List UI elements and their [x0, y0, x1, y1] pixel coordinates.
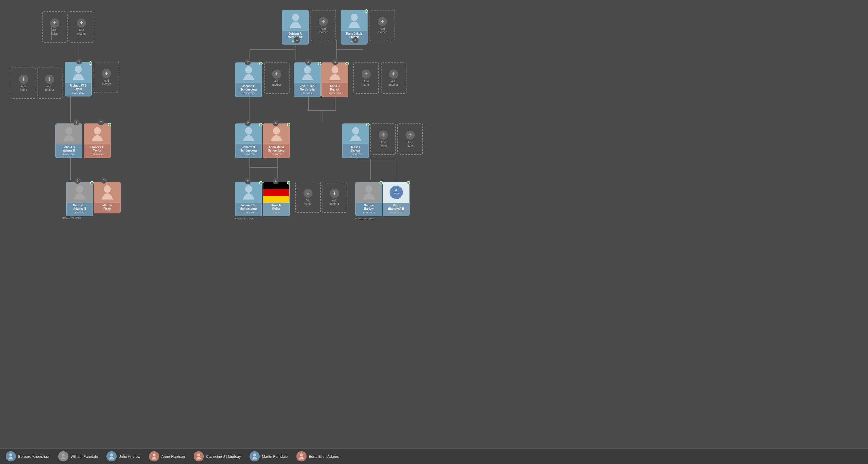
- anne-avatar: [149, 451, 159, 461]
- martin-name: Martin Farndale: [262, 454, 288, 459]
- person-george-barlow[interactable]: GeorgeBarlow 1705-1775: [355, 182, 382, 216]
- person-anna-m-roller[interactable]: Anna MRoller 1713-: [263, 182, 290, 216]
- arrow-down-adams[interactable]: [73, 119, 80, 125]
- joh-kilian-dates: 1662-1734: [301, 92, 313, 95]
- john-a-avatar: [106, 451, 117, 461]
- george-adams-dot: [90, 181, 94, 184]
- arrow-up-jh[interactable]: [245, 120, 251, 126]
- svg-point-33: [351, 13, 358, 21]
- legend-edna[interactable]: Edna Ellen Adams: [296, 451, 339, 461]
- svg-point-35: [304, 66, 311, 73]
- add-mother-left-richard[interactable]: + Addmother: [37, 67, 62, 99]
- legend-william[interactable]: William Farndale: [58, 451, 98, 461]
- person-martha-fiske[interactable]: MarthaFiske: [94, 182, 121, 213]
- svg-point-34: [245, 66, 252, 73]
- add-father-card-topleft[interactable]: + Addfather: [42, 11, 67, 42]
- arrow-up-adams[interactable]: [98, 119, 104, 125]
- johann-h-dot: [259, 123, 262, 126]
- add-father-right-ac[interactable]: + Addfather: [353, 62, 379, 94]
- person-moses-barlow[interactable]: MosesBarlow 1650-1735: [342, 123, 369, 158]
- john-adams-dates: 1620-1698: [63, 153, 75, 156]
- anna-c-dates: 1673-1735: [329, 92, 341, 95]
- arrow-up-jf[interactable]: [245, 59, 251, 65]
- edna-label-george-b: Edna's 4th great: [355, 217, 374, 220]
- add-plus-5: +: [102, 69, 111, 78]
- arrow-down-am[interactable]: [273, 120, 279, 126]
- arrow-down-ac[interactable]: [332, 59, 338, 65]
- svg-point-32: [292, 13, 299, 21]
- person-johann-f[interactable]: Johann FSchöneberg 1650-1723: [235, 62, 262, 97]
- add-mother-after-jp[interactable]: + Addmother: [311, 10, 336, 41]
- add-mother-after-jf[interactable]: + Addmother: [264, 62, 289, 94]
- svg-point-50: [253, 454, 256, 457]
- person-johann-gh[interactable]: Johann G HSchoenberg 1725-1826: [235, 182, 262, 216]
- add-father-left-richard[interactable]: + Addfather: [11, 67, 36, 99]
- add-mother-label-5: Addmother: [102, 79, 111, 86]
- johann-h-photo: [236, 124, 261, 145]
- catherine-name: Catherine J ( Lindsay: [206, 454, 241, 459]
- add-plus-r4f: +: [304, 189, 312, 198]
- anne-name: Anne Harrison: [161, 454, 185, 459]
- add-mother-after-moses[interactable]: + Addmother: [370, 123, 396, 155]
- person-george-adams[interactable]: George L.Adams III 1650-1733: [66, 182, 93, 216]
- anna-c-photo: [322, 63, 348, 84]
- add-father-moses: Addfather: [406, 141, 414, 148]
- arrow-down-annaroller[interactable]: [273, 178, 279, 184]
- person-frances-taylor[interactable]: Frances ETaylor 1626-1696: [84, 123, 111, 158]
- ruth-dot: [407, 181, 410, 184]
- anna-c-name: Anna CFranck: [329, 85, 341, 91]
- legend-martin[interactable]: Martin Farndale: [249, 451, 288, 461]
- svg-point-49: [197, 454, 200, 457]
- legend-catherine[interactable]: Catherine J ( Lindsay: [194, 451, 241, 461]
- person-richard-taylor[interactable]: Richard W BTaylor 1595-1659: [65, 62, 92, 96]
- martin-avatar: [249, 451, 260, 461]
- svg-point-29: [94, 127, 101, 134]
- add-plus-4: +: [45, 74, 54, 84]
- person-anna-maria[interactable]: Anna MariaSchoenberg 1692-1770: [263, 123, 290, 158]
- svg-point-31: [104, 185, 111, 193]
- svg-point-45: [9, 454, 12, 457]
- arrow-up-martha[interactable]: [101, 177, 107, 184]
- legend-bernard[interactable]: Bernard Kneeshaw: [6, 451, 50, 461]
- add-mother-label-4: Addmother: [45, 85, 54, 92]
- martha-photo: [94, 182, 120, 203]
- person-john-adams[interactable]: John J GAdams II 1620-1698: [55, 123, 82, 158]
- person-anna-c[interactable]: Anna CFranck 1673-1735: [321, 62, 348, 97]
- add-mother-far-right-label: Addmother: [389, 80, 398, 87]
- person-johann-h[interactable]: Johann HSchöneberg 1697-1758: [235, 123, 262, 158]
- john-a-name: John Andrew: [119, 454, 140, 459]
- person-joh-kilian[interactable]: Joh. KilianMerck luth. 1662-1734: [294, 62, 321, 97]
- legend-john-a[interactable]: John Andrew: [106, 451, 140, 461]
- add-father-after-moses[interactable]: + Addfather: [397, 123, 423, 155]
- anna-m-dot: [287, 181, 290, 184]
- johann-f-name: Johann FSchöneberg: [240, 85, 258, 91]
- catherine-avatar: [194, 451, 204, 461]
- arrow-down-hj[interactable]: [352, 37, 359, 43]
- arrow-up-jgh[interactable]: [245, 178, 251, 184]
- arrow-down-jk[interactable]: [305, 59, 311, 65]
- add-mother-card-topleft[interactable]: + Addmother: [69, 11, 94, 42]
- add-mother-row4[interactable]: + Addmother: [322, 182, 347, 213]
- anna-maria-dot: [287, 123, 290, 126]
- arrow-down-richard[interactable]: [76, 58, 82, 64]
- add-mother-hj: Addmother: [378, 27, 386, 34]
- add-plus-hj: +: [378, 17, 387, 26]
- svg-point-41: [366, 185, 372, 193]
- johann-gh-photo: [236, 182, 261, 203]
- add-father-plus-icon: +: [50, 19, 59, 28]
- add-mother-after-hj[interactable]: + Addmother: [370, 10, 395, 41]
- svg-point-38: [273, 127, 280, 134]
- joh-kilian-name: Joh. KilianMerck luth.: [299, 85, 316, 91]
- legend-anne[interactable]: Anne Harrison: [149, 451, 185, 461]
- arrow-down-george[interactable]: [75, 177, 81, 184]
- add-father-row4[interactable]: + Addfather: [295, 182, 321, 213]
- add-mother-right-richard[interactable]: + Addmother: [94, 62, 119, 93]
- add-mother-moses: Addmother: [379, 141, 388, 148]
- add-mother-far-right[interactable]: + Addmother: [381, 62, 406, 94]
- joh-kilian-photo: [294, 63, 320, 84]
- add-plus-acf: +: [362, 69, 371, 79]
- person-ruth-barrows[interactable]: MASS Ruth(Barrows) B 1705-1778: [383, 182, 410, 216]
- ruth-photo: MASS: [383, 182, 409, 203]
- add-plus-mfr: +: [389, 69, 398, 79]
- arrow-down-jp[interactable]: [294, 37, 300, 43]
